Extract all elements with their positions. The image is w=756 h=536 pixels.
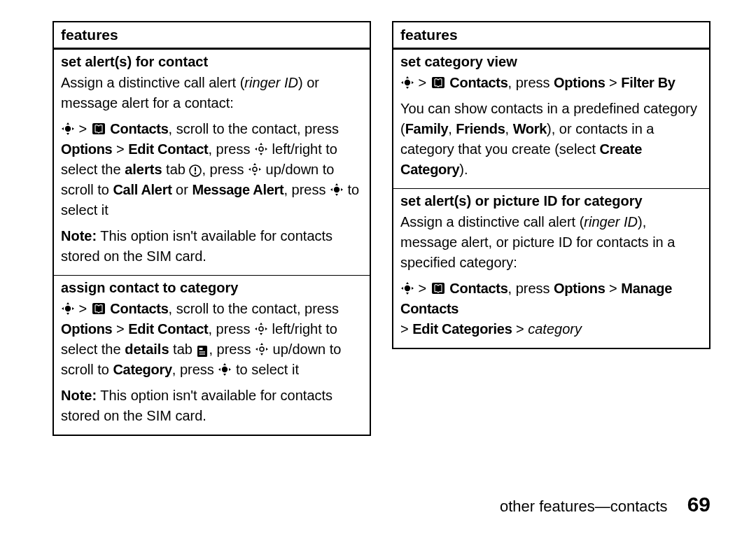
section-title: set alert(s) for contact	[61, 54, 363, 70]
right-column: features set category view > Contacts, p…	[392, 21, 710, 436]
navigation-steps: > Contacts, press Options > Filter By	[400, 73, 702, 93]
navigation-steps: > Contacts, scroll to the contact, press…	[61, 119, 363, 220]
center-key-icon	[330, 183, 344, 197]
page-number: 69	[687, 493, 710, 516]
nav-key-icon	[248, 162, 262, 176]
center-key-icon	[218, 362, 232, 376]
footer-label: other features—contacts	[500, 498, 668, 516]
details-tab-icon	[196, 344, 209, 357]
section-set-category-view: set category view > Contacts, press Opti…	[393, 50, 709, 189]
center-key-icon	[61, 122, 75, 136]
section-title: set category view	[400, 54, 702, 70]
intro-text: Assign a distinctive call alert (ringer …	[400, 212, 702, 273]
navigation-steps: > Contacts, press Options > Manage Conta…	[400, 278, 702, 339]
navigation-steps: > Contacts, scroll to the contact, press…	[61, 299, 363, 380]
description-text: You can show contacts in a predefined ca…	[400, 99, 702, 180]
nav-key-icon	[254, 322, 268, 336]
section-title: set alert(s) or picture ID for category	[400, 193, 702, 209]
note-text: Note: This option isn't available for co…	[61, 226, 363, 267]
center-key-icon	[61, 302, 75, 316]
section-body: > Contacts, scroll to the contact, press…	[61, 299, 363, 426]
intro-text: Assign a distinctive call alert (ringer …	[61, 73, 363, 113]
left-column: features set alert(s) for contact Assign…	[52, 21, 371, 436]
section-body: Assign a distinctive call alert (ringer …	[400, 212, 702, 339]
alerts-tab-icon	[189, 164, 202, 177]
note-text: Note: This option isn't available for co…	[61, 386, 363, 426]
section-body: > Contacts, press Options > Filter By Yo…	[400, 73, 702, 180]
section-title: assign contact to category	[61, 280, 363, 296]
nav-key-icon	[255, 342, 269, 356]
table-header: features	[393, 22, 709, 50]
section-set-alerts-category: set alert(s) or picture ID for category …	[393, 189, 709, 348]
contacts-icon	[91, 122, 106, 136]
table-header: features	[54, 22, 370, 50]
contacts-icon	[430, 281, 446, 295]
section-body: Assign a distinctive call alert (ringer …	[61, 73, 363, 267]
section-set-alerts-contact: set alert(s) for contact Assign a distin…	[54, 50, 370, 276]
center-key-icon	[400, 281, 414, 295]
nav-key-icon	[254, 142, 268, 156]
features-table-right: features set category view > Contacts, p…	[392, 21, 710, 349]
center-key-icon	[400, 76, 414, 90]
features-table-left: features set alert(s) for contact Assign…	[52, 21, 371, 436]
contacts-icon	[91, 302, 106, 316]
contacts-icon	[430, 76, 446, 90]
manual-page: features set alert(s) for contact Assign…	[0, 0, 756, 536]
two-column-layout: features set alert(s) for contact Assign…	[52, 21, 710, 436]
page-footer: other features—contacts 69	[500, 493, 710, 516]
section-assign-category: assign contact to category > Contacts, s…	[54, 276, 370, 435]
